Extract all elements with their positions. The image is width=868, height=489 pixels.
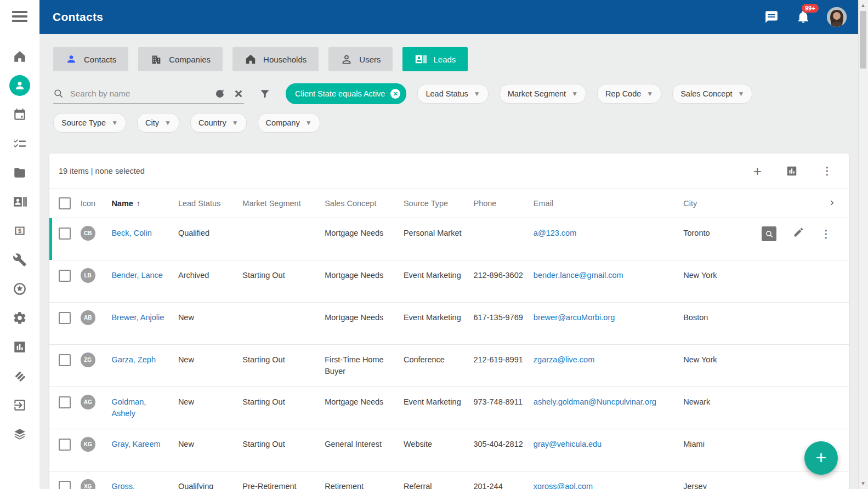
- tab-households[interactable]: Households: [232, 47, 319, 71]
- sidebar-item-calendar[interactable]: [8, 100, 32, 129]
- user-avatar[interactable]: [827, 7, 847, 27]
- cell-sales-concept: General Interest: [325, 429, 404, 471]
- col-icon[interactable]: Icon: [81, 189, 112, 218]
- email-link[interactable]: zgarza@live.com: [534, 355, 594, 364]
- row-checkbox[interactable]: [59, 354, 71, 366]
- row-checkbox[interactable]: [59, 312, 71, 324]
- search-icon: [53, 88, 64, 99]
- search-input[interactable]: [69, 88, 207, 99]
- contact-name-link[interactable]: Goldman, Ashely: [111, 397, 146, 418]
- active-filter-chip[interactable]: Client State equals Active ✕: [286, 83, 406, 104]
- tab-users[interactable]: Users: [328, 47, 393, 71]
- table-row[interactable]: KG Gray, Kareem New Starting Out General…: [49, 429, 849, 471]
- hamburger-menu-icon[interactable]: [12, 11, 27, 23]
- col-lead-status[interactable]: Lead Status: [178, 189, 242, 218]
- sidebar-item-home[interactable]: [8, 42, 32, 71]
- preview-button[interactable]: [762, 226, 776, 241]
- sidebar-item-deals[interactable]: [8, 361, 32, 390]
- cell-source-type: Event Marketing: [404, 387, 474, 429]
- sidebar-item-tools[interactable]: [8, 245, 32, 274]
- scroll-columns-right-button[interactable]: [756, 189, 849, 218]
- table-row[interactable]: AG Goldman, Ashely New Starting Out Mort…: [49, 387, 849, 429]
- contact-name-link[interactable]: Beck, Colin: [111, 229, 151, 237]
- table-row[interactable]: ZG Garza, Zeph New Starting Out First-Ti…: [49, 345, 849, 387]
- tab-contacts[interactable]: Contacts: [53, 47, 128, 71]
- building-icon: [150, 53, 162, 65]
- cell-market-segment: Starting Out: [242, 387, 325, 429]
- chip-lead-status[interactable]: Lead Status▼: [417, 84, 488, 104]
- select-all-checkbox[interactable]: [59, 197, 71, 209]
- scrollbar-thumb[interactable]: [860, 11, 866, 69]
- row-more-button[interactable]: ⋮: [821, 229, 831, 240]
- notification-badge: 99+: [802, 4, 819, 13]
- col-sales-concept[interactable]: Sales Concept: [325, 189, 404, 218]
- contact-name-link[interactable]: Brewer, Anjolie: [111, 313, 164, 322]
- contact-name-link[interactable]: Garza, Zeph: [111, 355, 156, 364]
- chip-city[interactable]: City▼: [137, 113, 179, 133]
- sidebar-item-layers[interactable]: [8, 419, 32, 448]
- table-row[interactable]: XG Gross, Qualifying Pre-Retirement Reti…: [49, 471, 849, 489]
- sidebar-item-reports[interactable]: [8, 332, 32, 361]
- sidebar-item-import[interactable]: [8, 390, 32, 419]
- notifications-button[interactable]: 99+: [795, 9, 812, 25]
- cell-phone: 212-619-8991: [473, 345, 533, 387]
- cell-source-type: Personal Market: [404, 218, 474, 260]
- contact-name-link[interactable]: Bender, Lance: [111, 271, 163, 280]
- col-source-type[interactable]: Source Type: [404, 189, 474, 218]
- sidebar-item-settings[interactable]: [8, 303, 32, 332]
- cell-city: Jersey: [683, 471, 756, 489]
- sidebar-item-contacts[interactable]: [8, 71, 32, 100]
- sidebar-item-files[interactable]: [8, 158, 32, 187]
- table-row[interactable]: AB Brewer, Anjolie New Mortgage Needs Ev…: [49, 303, 849, 345]
- chat-button[interactable]: [763, 9, 780, 25]
- edit-button[interactable]: [793, 226, 804, 241]
- email-link[interactable]: gray@vehicula.edu: [534, 440, 602, 448]
- contact-name-link[interactable]: Gray, Kareem: [111, 440, 160, 448]
- email-link[interactable]: brewer@arcuMorbi.org: [534, 313, 615, 322]
- window-scrollbar[interactable]: ▲ ▼: [858, 0, 868, 489]
- email-link[interactable]: xgross@aol.com: [534, 482, 593, 489]
- contact-name-link[interactable]: Gross,: [111, 482, 135, 489]
- more-options-button[interactable]: ⋮: [822, 166, 832, 177]
- table-row[interactable]: LB Bender, Lance Archived Starting Out M…: [49, 260, 849, 303]
- chip-company[interactable]: Company▼: [258, 113, 320, 133]
- email-link[interactable]: a@123.com: [534, 229, 576, 237]
- sidebar-item-favorites[interactable]: [8, 274, 32, 303]
- col-phone[interactable]: Phone: [473, 189, 533, 218]
- row-checkbox[interactable]: [59, 481, 71, 489]
- sidebar-item-tasks[interactable]: [8, 129, 32, 158]
- chart-view-button[interactable]: [786, 165, 798, 177]
- tab-companies[interactable]: Companies: [138, 47, 223, 71]
- chip-rep-code[interactable]: Rep Code▼: [597, 84, 661, 104]
- chip-country[interactable]: Country▼: [190, 113, 247, 133]
- row-checkbox[interactable]: [59, 439, 71, 451]
- tab-label: Companies: [169, 55, 211, 64]
- row-checkbox[interactable]: [59, 396, 71, 408]
- col-city[interactable]: City: [683, 189, 756, 218]
- col-email[interactable]: Email: [534, 189, 683, 218]
- scroll-down-icon[interactable]: ▼: [859, 479, 867, 488]
- col-market-segment[interactable]: Market Segment: [242, 189, 325, 218]
- col-name[interactable]: Name↑: [111, 189, 178, 218]
- sidebar-item-billing[interactable]: $: [8, 216, 32, 245]
- tab-leads[interactable]: Leads: [402, 47, 468, 71]
- scroll-up-icon[interactable]: ▲: [859, 1, 867, 10]
- row-checkbox[interactable]: [59, 228, 71, 240]
- refresh-button[interactable]: [214, 88, 225, 99]
- add-column-button[interactable]: +: [753, 165, 762, 177]
- table-row[interactable]: CB Beck, Colin Qualified Mortgage Needs …: [49, 218, 849, 260]
- email-link[interactable]: ashely.goldman@Nuncpulvinar.org: [534, 397, 656, 406]
- sidebar-item-leads[interactable]: [8, 187, 32, 216]
- filter-row-2: Source Type▼ City▼ Country▼ Company▼: [53, 113, 859, 133]
- plus-icon: +: [816, 448, 827, 467]
- cell-phone: 305-404-2812: [473, 429, 533, 471]
- email-link[interactable]: bender.lance@gmail.com: [534, 271, 623, 280]
- chip-source-type[interactable]: Source Type▼: [53, 113, 126, 133]
- filter-button[interactable]: [259, 88, 270, 99]
- chip-market-segment[interactable]: Market Segment▼: [500, 84, 586, 104]
- chip-sales-concept[interactable]: Sales Concept▼: [672, 84, 752, 104]
- remove-filter-icon[interactable]: ✕: [390, 89, 400, 99]
- row-checkbox[interactable]: [59, 270, 71, 282]
- clear-search-button[interactable]: [233, 88, 244, 99]
- add-lead-fab[interactable]: +: [804, 441, 838, 475]
